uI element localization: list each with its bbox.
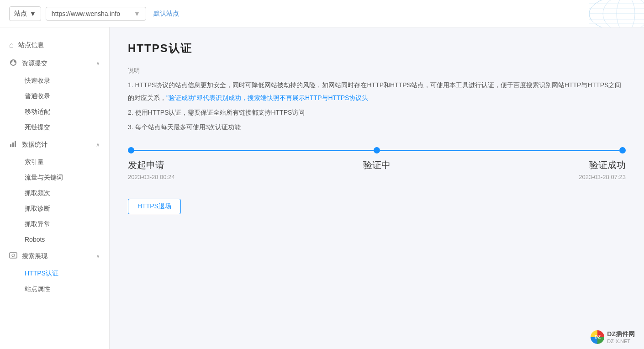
sidebar-item-quick-collect[interactable]: 快速收录: [0, 73, 109, 89]
description-section: 说明 1. HTTPS协议的站点信息更加安全，同时可降低网站被劫持的风险，如网站…: [128, 65, 626, 133]
svg-rect-11: [15, 141, 16, 147]
globe-decoration: [544, 0, 644, 27]
sidebar-item-site-info[interactable]: ⌂ 站点信息: [0, 37, 109, 54]
sidebar-item-site-property[interactable]: 站点属性: [0, 281, 109, 297]
step-col-2: 验证中: [294, 159, 459, 180]
sidebar-item-dead-link[interactable]: 死链提交: [0, 120, 109, 135]
step-time-1: 2023-03-28 00:24: [128, 174, 175, 180]
sidebar-item-normal-collect[interactable]: 普通收录: [0, 89, 109, 104]
default-site-button[interactable]: 默认站点: [153, 10, 179, 18]
sidebar-item-index-count[interactable]: 索引量: [0, 154, 109, 170]
sidebar-label-search-display: 搜索展现: [22, 252, 48, 260]
sidebar-item-crawl-abnormal[interactable]: 抓取异常: [0, 217, 109, 232]
layout: ⌂ 站点信息 资源提交 ∧ 快速收录 普通收录 移动适配 死链提交: [0, 27, 644, 349]
sidebar-item-resource-submit[interactable]: 资源提交 ∧: [0, 54, 109, 73]
page-title: HTTPS认证: [128, 41, 626, 56]
site-chevron-icon: ▼: [30, 10, 36, 17]
svg-rect-10: [12, 143, 14, 147]
step-line-2: [380, 150, 619, 151]
steps-wrapper: 发起申请 2023-03-28 00:24 验证中 验证成功 2023-03-2…: [128, 147, 626, 180]
stats-expand-icon: ∧: [96, 142, 100, 148]
sidebar-label-site-info: 站点信息: [18, 41, 44, 49]
home-icon: ⌂: [9, 41, 14, 49]
sidebar-item-crawl-freq[interactable]: 抓取频次: [0, 185, 109, 201]
https-exit-button[interactable]: HTTPS退场: [128, 199, 181, 214]
logo-icon: DZ: [591, 330, 604, 344]
resource-expand-icon: ∧: [96, 60, 100, 67]
step-col-1: 发起申请 2023-03-28 00:24: [128, 159, 294, 180]
steps-labels-row: 发起申请 2023-03-28 00:24 验证中 验证成功 2023-03-2…: [128, 159, 626, 180]
step-dot-2: [374, 147, 380, 153]
desc-link[interactable]: "验证成功"即代表识别成功，搜索端快照不再展示HTTP与HTTPS协议头: [166, 94, 368, 101]
url-selector[interactable]: https://www.wensha.info ▼: [46, 7, 146, 21]
desc-line-1: 1. HTTPS协议的站点信息更加安全，同时可降低网站被劫持的风险，如网站同时存…: [128, 79, 626, 104]
sidebar-label-resource-submit: 资源提交: [22, 59, 48, 68]
step-label-1: 发起申请: [128, 159, 164, 171]
resource-icon: [9, 58, 17, 69]
step-label-3: 验证成功: [589, 159, 626, 171]
watermark-subtext: DZ-X.NET: [607, 338, 635, 344]
search-display-icon: [9, 251, 17, 261]
sidebar-label-data-stats: 数据统计: [22, 141, 48, 149]
watermark-text: DZ插件网: [607, 330, 635, 338]
svg-point-13: [12, 254, 15, 257]
desc-line-3: 3. 每个站点每天最多可使用3次认证功能: [128, 121, 626, 133]
topbar: 站点 ▼ https://www.wensha.info ▼ 默认站点: [0, 0, 644, 27]
step-col-3: 验证成功 2023-03-28 07:23: [460, 159, 626, 180]
sidebar-item-crawl-diag[interactable]: 抓取诊断: [0, 201, 109, 217]
svg-rect-12: [10, 253, 17, 258]
sidebar-item-robots[interactable]: Robots: [0, 232, 109, 247]
sidebar-item-traffic-keywords[interactable]: 流量与关键词: [0, 170, 109, 185]
url-chevron-icon: ▼: [134, 10, 140, 17]
url-text: https://www.wensha.info: [52, 10, 120, 17]
step-line-1: [134, 150, 374, 151]
desc-label: 说明: [128, 65, 626, 77]
steps-dots-row: [128, 147, 626, 153]
sidebar: ⌂ 站点信息 资源提交 ∧ 快速收录 普通收录 移动适配 死链提交: [0, 27, 110, 349]
sidebar-item-https-cert[interactable]: HTTPS认证: [0, 266, 109, 281]
sidebar-item-search-display[interactable]: 搜索展现 ∧: [0, 247, 109, 266]
stats-icon: [9, 140, 17, 150]
step-label-2: 验证中: [363, 159, 391, 171]
site-selector[interactable]: 站点 ▼: [9, 6, 41, 21]
site-label-text: 站点: [14, 10, 27, 18]
desc-line-2: 2. 使用HTTPS认证，需要保证全站所有链接都支持HTTPS访问: [128, 106, 626, 119]
sidebar-item-data-stats[interactable]: 数据统计 ∧: [0, 135, 109, 154]
watermark: DZ DZ插件网 DZ-X.NET: [591, 330, 635, 344]
step-dot-1: [128, 147, 134, 153]
sidebar-item-mobile-adapt[interactable]: 移动适配: [0, 104, 109, 120]
step-dot-3: [619, 147, 626, 153]
search-expand-icon: ∧: [96, 253, 100, 259]
svg-rect-9: [10, 144, 11, 147]
step-time-3: 2023-03-28 07:23: [579, 174, 626, 180]
main-content: HTTPS认证 说明 1. HTTPS协议的站点信息更加安全，同时可降低网站被劫…: [110, 27, 644, 349]
